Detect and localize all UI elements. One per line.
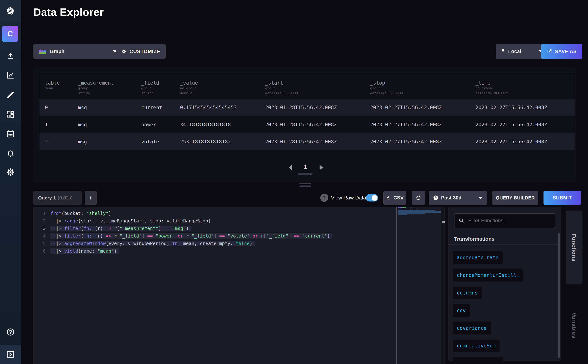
previous-page-arrow[interactable]: [289, 165, 292, 170]
sidebar-item-settings[interactable]: [0, 164, 21, 180]
column-meta: group: [370, 86, 470, 91]
code-token: ==: [164, 226, 169, 231]
function-item[interactable]: cumulativeSum: [453, 339, 500, 352]
sidebar-item-tasks[interactable]: [0, 126, 21, 142]
table-cell: 2023-02-27T15:56:42.008Z: [365, 116, 470, 133]
code-token: r[: [111, 233, 119, 239]
table-cell: 2023-02-27T15:56:42.008Z: [470, 99, 575, 116]
code-token: r[: [258, 233, 266, 239]
column-meta: group: [78, 86, 136, 91]
code-token: ): [327, 233, 330, 239]
column-meta: no group: [180, 86, 260, 91]
column-header: _startgroupdateTime:RFC3339: [260, 73, 365, 99]
code-token: or: [252, 233, 258, 239]
sidebar-expand-button[interactable]: [0, 345, 21, 364]
column-header: _fieldgroupstring: [136, 73, 175, 99]
csv-download-button[interactable]: CSV: [383, 191, 406, 205]
submit-button[interactable]: SUBMIT: [543, 191, 581, 205]
filter-functions-searchbox[interactable]: [454, 213, 555, 228]
time-range-dropdown[interactable]: Past 30d: [429, 191, 487, 205]
flux-script-editor[interactable]: 1from(bucket: "shelly")2 |> range(start:…: [33, 207, 445, 364]
table-cell: 2023-02-27T15:56:42.008Z: [365, 99, 470, 116]
next-page-arrow[interactable]: [320, 165, 323, 170]
sidebar-item-notebooks[interactable]: [0, 87, 21, 103]
code-token: ==: [147, 233, 153, 239]
editor-divider: [396, 207, 397, 364]
line-number: 5: [33, 241, 46, 246]
raw-data-help-icon[interactable]: ?: [320, 194, 328, 202]
refresh-button[interactable]: [412, 191, 425, 205]
query-builder-button[interactable]: QUERY BUILDER: [492, 191, 538, 205]
code-line[interactable]: 6··|> yield(name: "mean"): [33, 247, 396, 255]
code-token: =>: [106, 226, 111, 231]
filter-functions-input[interactable]: [468, 217, 551, 224]
code-token: =>: [106, 233, 111, 239]
code-token: (: [81, 226, 84, 231]
code-token: ==: [219, 233, 225, 239]
download-icon: [386, 195, 391, 200]
code-line[interactable]: 4··|> filter(fn: (r) => r["_field"] == "…: [33, 232, 396, 240]
code-line-content: ··|> yield(name: "mean"): [50, 248, 119, 254]
sidebar-item-load-data[interactable]: [0, 48, 21, 64]
column-name: _time: [476, 80, 575, 86]
code-token: ··: [50, 226, 56, 231]
indent-guide: [56, 217, 56, 254]
column-header: tablemean: [39, 73, 72, 99]
pin-icon: [501, 49, 505, 54]
code-token: range: [64, 218, 78, 224]
add-query-button[interactable]: +: [85, 191, 97, 205]
code-line[interactable]: 5··|> aggregateWindow(every: v.windowPer…: [33, 240, 396, 247]
function-item[interactable]: columns: [453, 287, 482, 299]
submit-label: SUBMIT: [553, 195, 572, 201]
line-number: 3: [33, 226, 46, 231]
visualization-type-dropdown[interactable]: Graph: [33, 44, 122, 59]
section-resize-handle[interactable]: [299, 186, 311, 187]
query-builder-label: QUERY BUILDER: [496, 195, 535, 201]
table-row[interactable]: 0msgcurrent0.171545454545454532023-01-28…: [39, 99, 575, 116]
line-number: 2: [33, 218, 46, 224]
sidebar-item-help[interactable]: [0, 324, 21, 340]
customize-button[interactable]: CUSTOMIZE: [116, 44, 166, 59]
avatar[interactable]: C: [2, 26, 18, 42]
table-row[interactable]: 1msgpower34.181818181818182023-01-28T15:…: [39, 116, 575, 133]
table-row[interactable]: 2msgvolate253.18181818181822023-01-28T15…: [39, 133, 575, 150]
column-meta: group: [141, 86, 175, 91]
local-dropdown[interactable]: Local: [496, 44, 548, 59]
code-token: |>: [56, 248, 64, 254]
functions-scrollbar-thumb[interactable]: [558, 233, 560, 358]
code-token: false: [236, 241, 249, 246]
table-cell: 2023-02-27T15:56:42.008Z: [470, 133, 575, 150]
code-token: ]: [288, 233, 294, 239]
code-token: (: [81, 233, 84, 239]
code-token: r[: [183, 233, 192, 239]
function-item[interactable]: [453, 357, 503, 361]
function-item[interactable]: cov: [453, 304, 470, 317]
view-raw-data-toggle[interactable]: [366, 194, 378, 202]
time-range-label: Past 30d: [441, 195, 462, 201]
app-logo[interactable]: [0, 0, 21, 21]
table-cell: msg: [72, 99, 136, 116]
column-meta: double: [180, 91, 260, 96]
query-tab[interactable]: Query 1 (0.02s): [33, 191, 82, 205]
tab-variables[interactable]: Variables: [566, 307, 582, 344]
function-item[interactable]: chandeMomentumOscill…: [453, 269, 523, 281]
visualization-type-label: Graph: [50, 49, 65, 54]
save-as-button[interactable]: SAVE AS: [541, 44, 582, 59]
function-item[interactable]: aggregate.rate: [453, 251, 503, 264]
section-resize-handle[interactable]: [299, 183, 311, 184]
editor-scrollbar-track[interactable]: [441, 207, 445, 364]
sidebar-item-dashboards[interactable]: [0, 107, 21, 122]
raw-table-header: tablemean_measurementgroupstring_fieldgr…: [39, 73, 575, 99]
code-line[interactable]: 1from(bucket: "shelly"): [33, 210, 396, 217]
sidebar-item-data-explorer[interactable]: [0, 68, 21, 83]
code-token: ··: [50, 248, 56, 254]
table-horizontal-scrollbar[interactable]: [298, 173, 313, 175]
tab-functions[interactable]: Functions: [566, 210, 582, 284]
sidebar-item-alerts[interactable]: [0, 145, 21, 161]
code-line[interactable]: 2 |> range(start: v.timeRangeStart, stop…: [33, 217, 396, 225]
function-item[interactable]: covariance: [453, 322, 491, 334]
editor-scrollbar-handle[interactable]: [442, 221, 445, 223]
code-line[interactable]: 3··|> filter(fn: (r) => r["_measurement"…: [33, 225, 396, 232]
code-token: "_field": [192, 233, 214, 239]
column-meta: group: [265, 86, 365, 91]
